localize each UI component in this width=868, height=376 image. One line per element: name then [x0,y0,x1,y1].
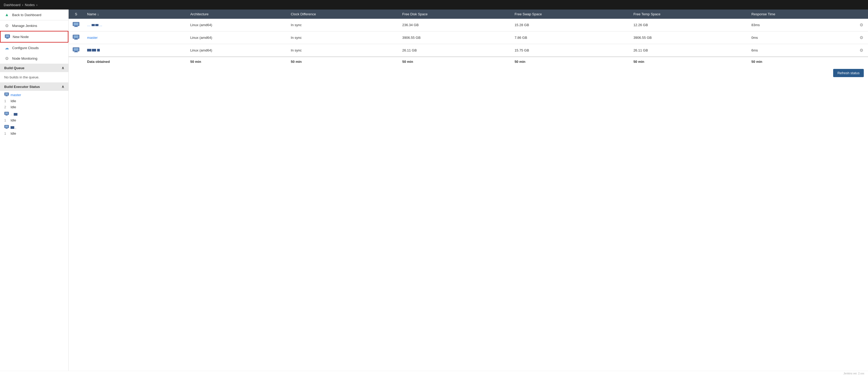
svg-rect-5 [5,93,8,95]
table-row: … … Linux (amd64) In sync 236.34 GB [69,19,868,31]
col-header-name[interactable]: Name ↓ [84,9,187,19]
row3-response: 6ms [748,44,855,57]
row3-name[interactable] [84,44,187,57]
build-executor-section[interactable]: Build Executor Status ∧ [0,83,68,91]
table-body: … … Linux (amd64) In sync 236.34 GB [69,19,868,57]
arrow-up-icon: ▲ [4,12,9,18]
row1-gear-button[interactable]: ⚙ [859,21,864,29]
sidebar-new-node-label: New Node [13,35,29,39]
executor-node3-link[interactable]: _ [4,125,64,130]
executor-node2-num-1: 1 [4,118,8,122]
refresh-status-button[interactable]: Refresh status [833,69,864,77]
svg-rect-10 [6,115,7,115]
col-header-actions [855,9,868,19]
row1-gear[interactable]: ⚙ [855,19,868,31]
svg-rect-21 [74,35,79,38]
footer-label: Data obtained [84,57,187,66]
footer-swap-time: 50 min [511,57,630,66]
sidebar-manage-label: Manage Jenkins [12,24,37,28]
executor-node2-link[interactable]: … [4,112,64,117]
footer-disk-time: 50 min [399,57,511,66]
sidebar-item-manage[interactable]: ⚙ Manage Jenkins [0,20,68,31]
row3-gear-button[interactable]: ⚙ [859,47,864,54]
row3-swap: 15.75 GB [511,44,630,57]
executor-node2-squares: … [10,113,18,116]
col-header-clock: Clock Difference [287,9,399,19]
sidebar-item-new-node[interactable]: New Node [0,31,68,42]
row1-disk: 236.34 GB [399,19,511,31]
row2-name[interactable]: master [84,31,187,44]
row1-arch: Linux (amd64) [187,19,287,31]
svg-rect-22 [75,38,78,39]
row2-status [69,31,84,44]
node1-name-text: … [87,23,92,27]
build-queue-content: No builds in the queue. [0,72,68,83]
row3-temp: 26.11 GB [630,44,748,57]
svg-rect-15 [5,128,8,129]
build-executor-chevron: ∧ [62,85,64,89]
table-row: Linux (amd64) In sync 26.11 GB 15.75 GB … [69,44,868,57]
row2-gear[interactable]: ⚙ [855,31,868,44]
sidebar-monitoring-label: Node Monitoring [12,57,37,60]
row3-arch: Linux (amd64) [187,44,287,57]
svg-rect-13 [5,126,8,128]
cloud-icon: ☁ [4,45,9,51]
row1-name[interactable]: … … [84,19,187,31]
sidebar-item-node-monitoring[interactable]: ⚙ Node Monitoring [0,53,68,64]
breadcrumb-sep1: › [22,3,23,7]
row2-disk: 3906.55 GB [399,31,511,44]
svg-rect-1 [6,35,9,37]
svg-rect-19 [74,26,78,27]
row2-clock: In sync [287,31,399,44]
executor-node3-num-1: 1 [4,131,8,135]
breadcrumb-sep2: › [36,3,37,7]
executor-num-1: 1 [4,99,8,103]
row3-gear[interactable]: ⚙ [855,44,868,57]
row2-response: 0ms [748,31,855,44]
footer-text: Jenkins ver. 2.xxx [843,372,864,375]
svg-rect-23 [74,39,78,40]
executor-master-name: master [10,93,21,97]
table-header: S Name ↓ Architecture Clock Difference F… [69,9,868,19]
row3-disk: 26.11 GB [399,44,511,57]
svg-rect-18 [75,26,78,26]
row3-status [69,44,84,57]
executor-group-node2: … [0,110,68,117]
executor-master-link[interactable]: master [4,92,64,97]
row3-clock: In sync [287,44,399,57]
master-link[interactable]: master [87,36,98,40]
sidebar-item-back[interactable]: ▲ Back to Dashboard [0,9,68,20]
build-queue-chevron: ∧ [62,66,64,70]
footer-arch-time: 50 min [187,57,287,66]
computer-icon-node2 [4,112,9,117]
sidebar-back-label: Back to Dashboard [12,13,41,17]
row1-response: 83ms [748,19,855,31]
sidebar-item-configure-clouds[interactable]: ☁ Configure Clouds [0,42,68,53]
col-header-s: S [69,9,84,19]
node1-link[interactable]: … … [87,23,102,27]
svg-rect-17 [74,23,79,25]
footer-empty-s [69,57,84,66]
executor-status-1: Idle [10,99,16,103]
node3-link[interactable] [87,48,100,52]
master-name-text: master [87,36,98,40]
dashboard-breadcrumb[interactable]: Dashboard [4,3,21,7]
topbar: Dashboard › Nodes › [0,0,868,9]
col-header-temp: Free Temp Space [630,9,748,19]
executor-node2-1: 1 Idle [0,117,68,123]
row2-arch: Linux (amd64) [187,31,287,44]
executor-master-2: 2 Idle [0,104,68,110]
nodes-breadcrumb[interactable]: Nodes [25,3,35,7]
svg-rect-9 [5,113,8,114]
svg-rect-14 [6,128,7,129]
executor-master-1: 1 Idle [0,98,68,104]
build-queue-section[interactable]: Build Queue ∧ [0,64,68,72]
row1-swap: 15.28 GB [511,19,630,31]
col-header-response: Response Time [748,9,855,19]
executor-node3-1: 1 Idle [0,130,68,136]
svg-rect-3 [6,38,9,39]
svg-rect-7 [5,96,8,96]
row2-gear-button[interactable]: ⚙ [859,34,864,41]
executor-node3-status-1: Idle [10,131,16,135]
svg-rect-26 [75,51,78,52]
